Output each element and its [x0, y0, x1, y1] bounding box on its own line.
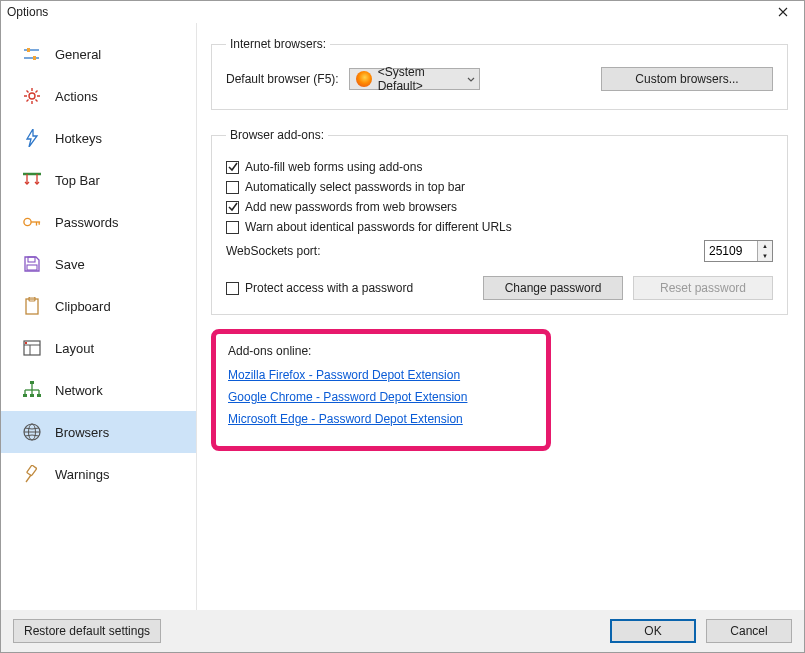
bolt-icon — [23, 129, 41, 147]
group-legend: Browser add-ons: — [226, 128, 328, 142]
close-button[interactable] — [764, 1, 802, 23]
spin-up[interactable]: ▲ — [758, 241, 772, 251]
svg-rect-27 — [37, 394, 41, 397]
port-field[interactable] — [705, 241, 757, 261]
checkbox-label: Auto-fill web forms using add-ons — [245, 160, 422, 174]
checkbox-label: Warn about identical passwords for diffe… — [245, 220, 512, 234]
addons-online-highlight: Add-ons online: Mozilla Firefox - Passwo… — [211, 329, 551, 451]
autofill-checkbox[interactable] — [226, 161, 239, 174]
network-icon — [23, 381, 41, 399]
topbar-icon — [23, 171, 41, 189]
sidebar-item-topbar[interactable]: Top Bar — [1, 159, 196, 201]
sidebar-item-hotkeys[interactable]: Hotkeys — [1, 117, 196, 159]
gavel-icon — [23, 465, 41, 483]
sliders-icon — [23, 45, 41, 63]
svg-rect-3 — [33, 56, 36, 60]
sidebar-item-label: Clipboard — [55, 299, 111, 314]
checkbox-label: Add new passwords from web browsers — [245, 200, 457, 214]
cancel-button[interactable]: Cancel — [706, 619, 792, 643]
browser-addons-group: Browser add-ons: Auto-fill web forms usi… — [211, 128, 788, 315]
options-window: Options General Actions Hotkeys Top Bar — [0, 0, 805, 653]
svg-rect-20 — [25, 342, 27, 344]
svg-marker-5 — [27, 129, 37, 147]
websockets-port-input[interactable]: ▲ ▼ — [704, 240, 773, 262]
svg-point-9 — [24, 218, 31, 225]
link-firefox-extension[interactable]: Mozilla Firefox - Password Depot Extensi… — [228, 368, 460, 382]
svg-rect-2 — [27, 48, 30, 52]
svg-rect-34 — [27, 465, 37, 476]
sidebar-item-general[interactable]: General — [1, 33, 196, 75]
link-edge-extension[interactable]: Microsoft Edge - Password Depot Extensio… — [228, 412, 463, 426]
warn-checkbox[interactable] — [226, 221, 239, 234]
sidebar-item-label: Hotkeys — [55, 131, 102, 146]
sidebar-item-label: Save — [55, 257, 85, 272]
sidebar-item-save[interactable]: Save — [1, 243, 196, 285]
footer: Restore default settings OK Cancel — [1, 610, 804, 652]
globe-icon — [23, 423, 41, 441]
change-password-button[interactable]: Change password — [483, 276, 623, 300]
close-icon — [778, 7, 788, 17]
sidebar-item-label: Top Bar — [55, 173, 100, 188]
sidebar-item-warnings[interactable]: Warnings — [1, 453, 196, 495]
group-legend: Add-ons online: — [228, 344, 534, 364]
layout-icon — [23, 339, 41, 357]
addons-online-group: Add-ons online: Mozilla Firefox - Passwo… — [220, 344, 534, 430]
floppy-icon — [23, 255, 41, 273]
sidebar-item-label: Layout — [55, 341, 94, 356]
svg-rect-13 — [28, 257, 35, 262]
restore-defaults-button[interactable]: Restore default settings — [13, 619, 161, 643]
svg-rect-25 — [23, 394, 27, 397]
sidebar-item-label: Network — [55, 383, 103, 398]
sidebar-item-browsers[interactable]: Browsers — [1, 411, 196, 453]
checkbox-label: Automatically select passwords in top ba… — [245, 180, 465, 194]
sidebar-item-label: Actions — [55, 89, 98, 104]
firefox-icon — [356, 71, 372, 87]
default-browser-label: Default browser (F5): — [226, 72, 339, 86]
gear-icon — [23, 87, 41, 105]
default-browser-combo[interactable]: <System Default> — [349, 68, 480, 90]
sidebar-item-clipboard[interactable]: Clipboard — [1, 285, 196, 327]
internet-browsers-group: Internet browsers: Default browser (F5):… — [211, 37, 788, 110]
sidebar-item-layout[interactable]: Layout — [1, 327, 196, 369]
sidebar: General Actions Hotkeys Top Bar Password… — [1, 23, 197, 610]
svg-line-35 — [26, 475, 31, 482]
body: General Actions Hotkeys Top Bar Password… — [1, 23, 804, 610]
addnew-checkbox[interactable] — [226, 201, 239, 214]
titlebar: Options — [1, 1, 804, 23]
sidebar-item-label: Browsers — [55, 425, 109, 440]
autoselect-checkbox[interactable] — [226, 181, 239, 194]
sidebar-item-label: Warnings — [55, 467, 109, 482]
sidebar-item-label: Passwords — [55, 215, 119, 230]
svg-rect-14 — [27, 265, 37, 270]
combo-value: <System Default> — [378, 65, 457, 93]
custom-browsers-button[interactable]: Custom browsers... — [601, 67, 773, 91]
group-legend: Internet browsers: — [226, 37, 330, 51]
protect-checkbox[interactable] — [226, 282, 239, 295]
checkbox-label: Protect access with a password — [245, 281, 413, 295]
chevron-down-icon — [467, 72, 475, 86]
link-chrome-extension[interactable]: Google Chrome - Password Depot Extension — [228, 390, 467, 404]
svg-rect-26 — [30, 394, 34, 397]
websockets-label: WebSockets port: — [226, 244, 321, 258]
ok-button[interactable]: OK — [610, 619, 696, 643]
key-icon — [23, 213, 41, 231]
svg-point-4 — [29, 93, 35, 99]
sidebar-item-label: General — [55, 47, 101, 62]
window-title: Options — [7, 5, 48, 19]
spin-down[interactable]: ▼ — [758, 251, 772, 261]
content-panel: Internet browsers: Default browser (F5):… — [197, 23, 804, 610]
reset-password-button: Reset password — [633, 276, 773, 300]
sidebar-item-actions[interactable]: Actions — [1, 75, 196, 117]
sidebar-item-network[interactable]: Network — [1, 369, 196, 411]
clipboard-icon — [23, 297, 41, 315]
svg-rect-24 — [30, 381, 34, 384]
sidebar-item-passwords[interactable]: Passwords — [1, 201, 196, 243]
